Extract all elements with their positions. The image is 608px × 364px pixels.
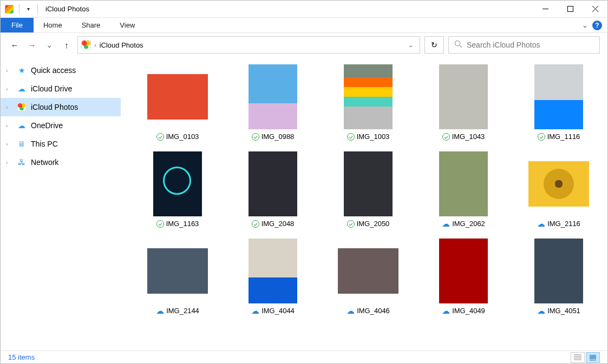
- file-item[interactable]: IMG_0988: [227, 64, 319, 141]
- sidebar-item-label: iCloud Photos: [31, 103, 78, 111]
- address-icon: [81, 40, 91, 50]
- sidebar-item-label: Network: [31, 158, 58, 167]
- view-thumbnails-button[interactable]: [586, 352, 600, 363]
- address-bar[interactable]: › iCloud Photos ⌄: [77, 36, 420, 54]
- file-name: IMG_4046: [357, 307, 390, 315]
- cloud-only-icon: ☁: [347, 307, 355, 315]
- expand-icon[interactable]: ›: [6, 160, 12, 166]
- thumbnail[interactable]: [526, 239, 591, 303]
- file-item[interactable]: IMG_2050: [322, 151, 414, 228]
- file-item[interactable]: ☁IMG_4044: [227, 239, 319, 315]
- sidebar-item-icloud-drive[interactable]: ›☁iCloud Drive: [1, 80, 121, 98]
- address-dropdown[interactable]: ⌄: [405, 42, 416, 49]
- sync-ok-icon: [347, 220, 355, 228]
- file-name: IMG_4044: [261, 307, 295, 315]
- thumbnail[interactable]: [526, 151, 591, 216]
- sidebar-item-this-pc[interactable]: ›🖥This PC: [1, 135, 121, 153]
- file-item[interactable]: ☁IMG_4051: [513, 239, 605, 315]
- thumbnail[interactable]: [145, 151, 210, 216]
- file-item[interactable]: ☁IMG_4046: [322, 239, 414, 315]
- cloud-only-icon: ☁: [442, 220, 450, 228]
- ribbon-tab-home[interactable]: Home: [34, 18, 72, 32]
- file-name: IMG_0988: [261, 133, 295, 141]
- thumbnail[interactable]: [336, 64, 401, 129]
- thumbnail[interactable]: [431, 151, 496, 216]
- thumbnail[interactable]: [431, 239, 496, 303]
- file-item[interactable]: IMG_1043: [417, 64, 509, 141]
- refresh-button[interactable]: ↻: [424, 36, 444, 54]
- nav-recent-dropdown[interactable]: ⌄: [43, 38, 56, 51]
- file-item[interactable]: IMG_1003: [322, 64, 414, 141]
- thumbnail[interactable]: [240, 151, 305, 216]
- search-input[interactable]: [467, 41, 594, 49]
- file-item[interactable]: ☁IMG_2144: [132, 239, 224, 315]
- expand-icon[interactable]: ›: [6, 86, 12, 92]
- file-name: IMG_2048: [261, 220, 295, 228]
- sync-ok-icon: [156, 133, 164, 141]
- status-item-count: 15 items: [8, 353, 35, 361]
- thumbnail[interactable]: [336, 239, 401, 303]
- close-button[interactable]: [583, 1, 607, 18]
- help-icon[interactable]: ?: [592, 21, 602, 30]
- ribbon-tab-file[interactable]: File: [1, 18, 34, 32]
- breadcrumb-current[interactable]: iCloud Photos: [100, 41, 143, 49]
- sidebar-item-onedrive[interactable]: ›☁OneDrive: [1, 116, 121, 135]
- nav-forward-button[interactable]: →: [25, 38, 38, 51]
- qat-dropdown[interactable]: ▾: [25, 6, 32, 12]
- star-icon: ★: [17, 65, 27, 75]
- file-item[interactable]: IMG_1163: [132, 151, 224, 228]
- qat-separator: [37, 4, 38, 14]
- sync-ok-icon: [347, 133, 355, 141]
- file-item[interactable]: IMG_1116: [513, 64, 605, 141]
- title-bar: ▾ iCloud Photos: [1, 1, 607, 18]
- svg-rect-0: [567, 6, 573, 12]
- file-name: IMG_2116: [547, 220, 580, 228]
- ribbon-expand-button[interactable]: ⌄: [582, 21, 588, 29]
- photos-icon: [17, 102, 27, 112]
- sidebar: ›★Quick access›☁iCloud Drive›iCloud Phot…: [1, 57, 121, 351]
- pc-icon: 🖥: [17, 139, 27, 149]
- file-item[interactable]: ☁IMG_2116: [513, 151, 605, 228]
- nav-up-button[interactable]: ↑: [60, 38, 73, 51]
- thumbnail[interactable]: [526, 64, 591, 129]
- file-item[interactable]: IMG_0103: [132, 64, 224, 141]
- thumbnail[interactable]: [336, 151, 401, 216]
- nav-back-button[interactable]: ←: [8, 38, 21, 51]
- minimize-button[interactable]: [533, 1, 558, 18]
- sync-ok-icon: [538, 133, 545, 141]
- search-icon: [454, 40, 462, 50]
- cloud-only-icon: ☁: [537, 220, 545, 228]
- expand-icon[interactable]: ›: [6, 104, 12, 110]
- expand-icon[interactable]: ›: [6, 68, 12, 74]
- thumbnail[interactable]: [145, 64, 210, 129]
- sidebar-item-quick-access[interactable]: ›★Quick access: [1, 61, 121, 80]
- maximize-button[interactable]: [558, 1, 583, 18]
- view-details-button[interactable]: [571, 352, 585, 363]
- nav-row: ← → ⌄ ↑ › iCloud Photos ⌄ ↻: [1, 33, 607, 57]
- app-icon: [5, 5, 14, 14]
- sync-ok-icon: [252, 220, 259, 228]
- ribbon-tab-share[interactable]: Share: [72, 18, 110, 32]
- search-box[interactable]: [448, 36, 600, 54]
- file-item[interactable]: ☁IMG_4049: [417, 239, 509, 315]
- sync-ok-icon: [252, 133, 259, 141]
- thumbnail[interactable]: [240, 64, 305, 129]
- cloud-only-icon: ☁: [156, 307, 164, 315]
- file-item[interactable]: IMG_2048: [227, 151, 319, 228]
- ribbon: File Home Share View ⌄ ?: [1, 18, 607, 33]
- sidebar-item-icloud-photos[interactable]: ›iCloud Photos: [1, 98, 121, 116]
- file-name: IMG_1003: [357, 133, 390, 141]
- thumbnail[interactable]: [240, 239, 305, 303]
- ribbon-tab-view[interactable]: View: [110, 18, 145, 32]
- expand-icon[interactable]: ›: [6, 123, 12, 129]
- file-name: IMG_4051: [547, 307, 580, 315]
- content-pane[interactable]: IMG_0103IMG_0988IMG_1003IMG_1043IMG_1116…: [121, 57, 607, 351]
- thumbnail[interactable]: [145, 239, 210, 303]
- file-name: IMG_4049: [452, 307, 485, 315]
- svg-point-1: [455, 41, 460, 45]
- sidebar-item-network[interactable]: ›🖧Network: [1, 153, 121, 171]
- sidebar-item-label: iCloud Drive: [31, 84, 72, 93]
- thumbnail[interactable]: [431, 64, 496, 129]
- expand-icon[interactable]: ›: [6, 141, 12, 147]
- file-item[interactable]: ☁IMG_2062: [417, 151, 509, 228]
